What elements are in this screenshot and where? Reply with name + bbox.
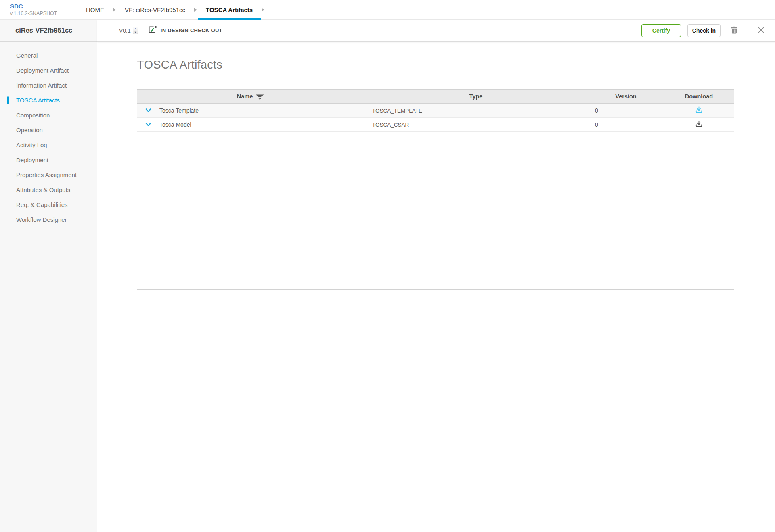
sidebar-item-composition[interactable]: Composition bbox=[0, 108, 97, 123]
sidebar-item-label: Composition bbox=[16, 112, 50, 119]
sidebar-item-workflow-designer[interactable]: Workflow Designer bbox=[0, 212, 97, 227]
breadcrumb-tab-label: TOSCA Artifacts bbox=[206, 6, 253, 13]
artifact-name: Tosca Template bbox=[159, 107, 199, 114]
artifact-name: Tosca Model bbox=[159, 121, 191, 128]
artifacts-table: Name Type Version Download bbox=[137, 89, 734, 290]
certify-button[interactable]: Certify bbox=[641, 24, 681, 37]
lifecycle-status-label: IN DESIGN CHECK OUT bbox=[161, 27, 222, 33]
sort-icon bbox=[256, 94, 264, 100]
sidebar-item-tosca-artifacts[interactable]: TOSCA Artifacts bbox=[0, 93, 97, 108]
sidebar-item-label: Properties Assignment bbox=[16, 171, 77, 178]
column-header-download[interactable]: Download bbox=[664, 90, 734, 103]
sidebar: ciRes-VF2fb951cc General Deployment Arti… bbox=[0, 20, 97, 532]
sidebar-item-deployment-artifact[interactable]: Deployment Artifact bbox=[0, 63, 97, 78]
download-icon bbox=[695, 121, 702, 129]
sidebar-item-label: Deployment Artifact bbox=[16, 67, 69, 74]
table-row: Tosca Template TOSCA_TEMPLATE 0 bbox=[137, 104, 734, 118]
sidebar-title: ciRes-VF2fb951cc bbox=[0, 20, 97, 42]
toolbar-divider bbox=[748, 25, 748, 37]
toolbar: V0.1 ▲▼ IN DESIGN CHECK OUT Certify Chec… bbox=[97, 20, 775, 42]
sidebar-item-label: Attributes & Outputs bbox=[16, 186, 70, 193]
artifact-type: TOSCA_CSAR bbox=[372, 122, 409, 128]
table-row: Tosca Model TOSCA_CSAR 0 bbox=[137, 118, 734, 132]
app-version-label: v.1.16.2-SNAPSHOT bbox=[10, 10, 57, 17]
breadcrumb-tab-vf-cires-vf2fb951cc[interactable]: VF: ciRes-VF2fb951cc bbox=[117, 0, 193, 19]
table-empty-area bbox=[137, 132, 734, 289]
breadcrumb-tab-tosca-artifacts[interactable]: TOSCA Artifacts bbox=[198, 0, 261, 19]
breadcrumb-tab-label: VF: ciRes-VF2fb951cc bbox=[125, 6, 185, 13]
sidebar-item-operation[interactable]: Operation bbox=[0, 123, 97, 138]
breadcrumb-arrow-icon bbox=[261, 0, 265, 19]
sidebar-item-deployment[interactable]: Deployment bbox=[0, 152, 97, 167]
version-label: V0.1 bbox=[119, 27, 131, 34]
stepper-down-icon[interactable]: ▼ bbox=[134, 31, 136, 34]
main-content: TOSCA Artifacts Name Type Version bbox=[97, 42, 775, 290]
toolbar-divider bbox=[142, 25, 142, 36]
table-header-row: Name Type Version Download bbox=[137, 90, 734, 104]
app-logo-text: SDC bbox=[10, 3, 57, 10]
delete-button[interactable] bbox=[730, 25, 739, 36]
stepper-up-icon[interactable]: ▲ bbox=[134, 27, 136, 30]
column-header-type[interactable]: Type bbox=[364, 90, 588, 103]
in-design-edit-icon bbox=[148, 26, 157, 35]
sidebar-item-label: TOSCA Artifacts bbox=[16, 97, 60, 104]
breadcrumb-tab-home[interactable]: HOME bbox=[78, 0, 112, 19]
sidebar-item-label: Deployment bbox=[16, 156, 48, 163]
app-logo: SDC v.1.16.2-SNAPSHOT bbox=[10, 3, 57, 17]
sidebar-item-label: Workflow Designer bbox=[16, 216, 67, 223]
close-button[interactable] bbox=[757, 26, 765, 35]
page-title: TOSCA Artifacts bbox=[137, 58, 775, 71]
chevron-down-icon[interactable] bbox=[145, 108, 151, 113]
artifact-type: TOSCA_TEMPLATE bbox=[372, 108, 422, 114]
artifact-version: 0 bbox=[595, 107, 598, 114]
breadcrumb-arrow-icon bbox=[193, 0, 198, 19]
sidebar-item-information-artifact[interactable]: Information Artifact bbox=[0, 78, 97, 93]
trash-icon bbox=[731, 26, 738, 35]
sidebar-item-properties-assignment[interactable]: Properties Assignment bbox=[0, 167, 97, 182]
sidebar-item-label: Operation bbox=[16, 127, 43, 134]
column-header-name[interactable]: Name bbox=[137, 90, 364, 103]
checkin-button[interactable]: Check in bbox=[687, 24, 721, 37]
breadcrumb-tab-label: HOME bbox=[86, 6, 104, 13]
sidebar-item-label: Activity Log bbox=[16, 142, 47, 148]
sidebar-item-general[interactable]: General bbox=[0, 48, 97, 63]
download-icon bbox=[695, 106, 702, 115]
version-stepper[interactable]: ▲▼ bbox=[133, 27, 138, 34]
top-header: SDC v.1.16.2-SNAPSHOT HOME VF: ciRes-VF2… bbox=[0, 0, 775, 20]
sidebar-item-activity-log[interactable]: Activity Log bbox=[0, 138, 97, 152]
sidebar-item-req-capabilities[interactable]: Req. & Capabilities bbox=[0, 197, 97, 212]
close-icon bbox=[758, 27, 765, 35]
sidebar-item-label: General bbox=[16, 52, 38, 59]
table-body: Tosca Template TOSCA_TEMPLATE 0 Tosca Mo… bbox=[137, 104, 734, 132]
sidebar-item-label: Req. & Capabilities bbox=[16, 201, 68, 208]
chevron-down-icon[interactable] bbox=[145, 123, 151, 127]
column-header-version[interactable]: Version bbox=[588, 90, 664, 103]
download-button[interactable] bbox=[695, 120, 703, 129]
breadcrumb: HOME VF: ciRes-VF2fb951cc TOSCA Artifact… bbox=[78, 0, 265, 19]
sidebar-item-label: Information Artifact bbox=[16, 82, 67, 89]
breadcrumb-arrow-icon bbox=[112, 0, 117, 19]
sidebar-item-attributes-outputs[interactable]: Attributes & Outputs bbox=[0, 182, 97, 197]
artifact-version: 0 bbox=[595, 121, 598, 128]
download-button[interactable] bbox=[695, 106, 703, 115]
sidebar-menu: General Deployment Artifact Information … bbox=[0, 48, 97, 227]
